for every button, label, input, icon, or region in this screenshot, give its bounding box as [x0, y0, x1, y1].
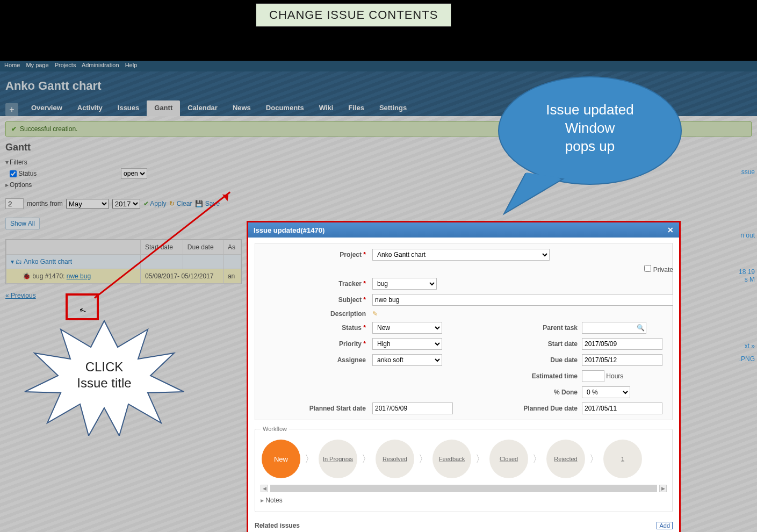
apply-link[interactable]: Apply [143, 200, 167, 207]
top-menu: Home My page Projects Administration Hel… [0, 61, 757, 71]
frag-next: xt » [745, 342, 755, 350]
tab-issues[interactable]: Issues [110, 100, 147, 116]
issue-title-link[interactable]: nwe bug [67, 272, 91, 280]
months-input[interactable] [5, 198, 24, 209]
workflow-step-feedback[interactable]: Feedback [432, 440, 471, 478]
months-label: months from [27, 200, 63, 207]
workflow-step-rejected[interactable]: Rejected [546, 440, 585, 478]
issue-assignee: an [223, 269, 241, 284]
hours-label: Hours [606, 372, 623, 380]
add-related-link[interactable]: Add [657, 522, 673, 529]
workflow-fieldset: Workflow New 〉 In Progress 〉 Resolved 〉 … [255, 426, 673, 512]
svg-text:Issue title: Issue title [77, 376, 131, 390]
workflow-step-closed[interactable]: Closed [489, 440, 528, 478]
description-label: Description [261, 310, 368, 318]
status-filter-label: Status [18, 170, 37, 177]
planned-due-input[interactable] [582, 402, 662, 414]
project-select[interactable]: Anko Gantt chart [372, 249, 550, 261]
search-icon: 🔍 [637, 324, 645, 332]
annotation-top-strip: CHANGE ISSUE CONTENTS [0, 0, 757, 61]
annotation-starburst: CLICK Issue title [24, 318, 185, 437]
tab-settings[interactable]: Settings [372, 100, 414, 116]
dialog-title-text: Issue updated(#1470) [254, 226, 325, 234]
pct-done-select[interactable]: 0 % [582, 386, 630, 398]
annotation-banner: CHANGE ISSUE CONTENTS [256, 3, 451, 27]
month-select[interactable]: May [66, 199, 109, 209]
tab-files[interactable]: Files [341, 100, 372, 116]
pencil-icon[interactable]: ✎ [372, 310, 378, 318]
svg-text:pops up: pops up [565, 138, 615, 154]
dialog-form: Project * Anko Gantt chart Private Track… [255, 243, 673, 420]
table-header-row: Start date Due date As [6, 240, 241, 255]
frag-png: .PNG [739, 355, 755, 363]
tab-wiki[interactable]: Wiki [312, 100, 341, 116]
tab-documents[interactable]: Documents [258, 100, 312, 116]
estimated-time-input[interactable] [582, 370, 604, 382]
notes-toggle[interactable]: Notes [261, 497, 667, 504]
dialog-titlebar[interactable]: Issue updated(#1470) ✕ [248, 222, 679, 238]
nav-mypage[interactable]: My page [26, 62, 48, 68]
chevron-right-icon: 〉 [305, 452, 314, 465]
nav-home[interactable]: Home [4, 62, 20, 68]
planned-start-input[interactable] [372, 402, 453, 414]
app-window: Home My page Projects Administration Hel… [0, 61, 757, 532]
annotation-speech-bubble: Issue updated Window pops up [493, 71, 687, 224]
status-select[interactable]: New [372, 322, 442, 334]
related-issues-row: Related issues Add [255, 522, 673, 529]
tab-overview[interactable]: Overview [24, 100, 70, 116]
due-date-input[interactable] [582, 354, 662, 366]
chevron-right-icon: 〉 [475, 452, 485, 465]
nav-projects[interactable]: Projects [55, 62, 76, 68]
frag-dates: 18 19 [739, 268, 755, 276]
workflow-step-inprogress[interactable]: In Progress [319, 440, 357, 478]
chevron-right-icon: 〉 [532, 452, 542, 465]
svg-text:Issue updated: Issue updated [546, 102, 633, 118]
start-date-input[interactable] [582, 338, 662, 350]
private-checkbox[interactable] [644, 265, 651, 272]
private-label: Private [653, 266, 673, 274]
tracker-select[interactable]: bug [372, 278, 437, 290]
chevron-right-icon: 〉 [362, 452, 371, 465]
priority-select[interactable]: High [372, 338, 442, 350]
svg-text:Window: Window [565, 120, 615, 136]
issue-dialog: Issue updated(#1470) ✕ Project * Anko Ga… [247, 221, 681, 532]
chevron-right-icon: 〉 [419, 452, 428, 465]
add-button[interactable]: + [5, 103, 18, 116]
tab-activity[interactable]: Activity [70, 100, 110, 116]
related-issues-label: Related issues [255, 522, 300, 529]
workflow-scrollbar[interactable]: ◀▶ [261, 485, 667, 492]
show-all-button[interactable]: Show All [5, 218, 40, 229]
tab-calendar[interactable]: Calendar [180, 100, 225, 116]
assignee-select[interactable]: anko soft [372, 354, 442, 366]
issue-dates: 05/09/2017- 05/12/2017 [141, 269, 224, 284]
nav-admin[interactable]: Administration [82, 62, 119, 68]
frag-out: n out [740, 232, 755, 239]
col-start: Start date [141, 240, 183, 255]
gantt-table: Start date Due date As ▾ 🗂 Anko Gantt ch… [5, 239, 242, 284]
workflow-step-new[interactable]: New [262, 440, 300, 478]
tab-news[interactable]: News [225, 100, 258, 116]
previous-link[interactable]: « Previous [5, 292, 36, 299]
frag-days: s M [745, 276, 755, 283]
nav-help[interactable]: Help [125, 62, 138, 68]
svg-text:CLICK: CLICK [85, 360, 124, 374]
subject-input[interactable] [372, 294, 673, 306]
workflow-step-extra[interactable]: 1 [603, 440, 642, 478]
frag-issue: ssue [741, 168, 755, 176]
status-filter-select[interactable]: open [121, 168, 147, 179]
clear-link[interactable]: Clear [169, 200, 192, 207]
tab-gantt[interactable]: Gantt [147, 100, 180, 116]
workflow-legend: Workflow [261, 426, 289, 432]
status-filter-checkbox[interactable] [10, 170, 17, 177]
workflow-step-resolved[interactable]: Resolved [376, 440, 414, 478]
col-due: Due date [183, 240, 223, 255]
close-icon[interactable]: ✕ [667, 226, 674, 234]
project-row[interactable]: ▾ 🗂 Anko Gantt chart [6, 255, 241, 269]
col-as: As [223, 240, 241, 255]
year-select[interactable]: 2017 [112, 199, 140, 209]
chevron-right-icon: 〉 [589, 452, 599, 465]
